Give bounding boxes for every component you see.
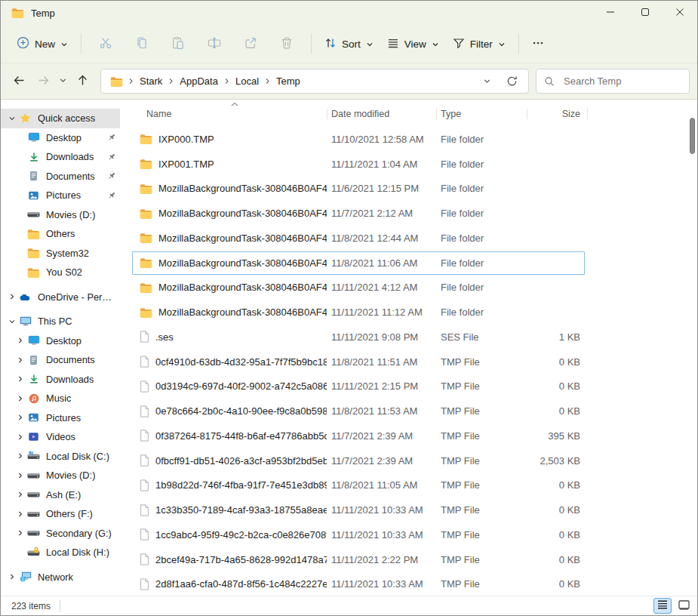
sidebar-item-videos[interactable]: Videos (1, 427, 120, 447)
chevron-right-icon[interactable] (14, 472, 26, 479)
minimize-button[interactable] (593, 1, 628, 25)
sidebar-item-movies-d[interactable]: Movies (D:) (1, 205, 120, 225)
file-row[interactable]: MozillaBackgroundTask-308046B0AF4A3...11… (125, 251, 697, 276)
sidebar-item-this-pc[interactable]: This PC (1, 312, 120, 331)
file-row[interactable]: MozillaBackgroundTask-308046B0AF4A3...11… (125, 226, 697, 251)
window-title: Temp (31, 8, 55, 19)
chevron-right-icon[interactable] (14, 491, 26, 498)
sidebar-item-desktop[interactable]: Desktop (1, 331, 120, 351)
sidebar-item-desktop[interactable]: Desktop (1, 128, 120, 148)
sidebar-item-pictures[interactable]: Pictures (1, 408, 120, 428)
file-row[interactable]: 0cf4910d-63db-4d32-95a1-7f7f5b9bc18...11… (125, 350, 697, 374)
file-row[interactable]: IXP001.TMP11/11/2021 1:04 AMFile folder (125, 152, 697, 177)
file-row[interactable]: 0fbcff91-db51-4026-a3cf-a953bf2bd5eb...1… (125, 448, 697, 473)
recent-locations-button[interactable] (55, 69, 70, 94)
breadcrumb-local[interactable]: Local (232, 73, 263, 89)
chevron-right-icon[interactable] (14, 356, 26, 364)
chevron-right-icon[interactable] (14, 414, 26, 421)
sidebar-item-system32[interactable]: System32 (1, 244, 120, 263)
column-header-type[interactable]: Type (436, 103, 527, 125)
column-header-name[interactable]: Name (125, 103, 327, 125)
details-view-button[interactable] (653, 598, 672, 614)
sidebar-item-documents[interactable]: Documents (1, 350, 120, 370)
new-button[interactable]: New (10, 31, 75, 57)
file-row[interactable]: 2d8f1aa6-cfa0-487d-8f56-1c484c2227e7...1… (125, 572, 697, 597)
breadcrumb-appdata[interactable]: AppData (176, 73, 222, 89)
sidebar-item-others-f[interactable]: Others (F:) (1, 504, 120, 524)
maximize-button[interactable] (628, 1, 663, 25)
sidebar-item-label: Secondary (G:) (46, 528, 112, 539)
sidebar-item-others[interactable]: Others (1, 224, 120, 244)
chevron-right-icon[interactable] (14, 433, 26, 441)
file-row[interactable]: 2bcef49a-717b-4a65-8628-992d1478a75...11… (125, 547, 697, 572)
title-bar[interactable]: Temp (1, 1, 697, 25)
file-row[interactable]: .ses11/11/2021 9:08 PMSES File1 KB (125, 325, 697, 350)
cut-button[interactable] (88, 31, 124, 57)
address-bar[interactable]: Stark AppData Local Temp (100, 69, 529, 94)
chevron-right-icon[interactable] (14, 529, 26, 537)
search-input[interactable] (562, 75, 681, 88)
address-dropdown-button[interactable] (483, 77, 491, 85)
chevron-right-icon[interactable] (14, 452, 26, 460)
vertical-scrollbar[interactable] (687, 101, 697, 596)
chevron-down-icon[interactable] (6, 318, 17, 325)
sidebar-item-secondary-g[interactable]: Secondary (G:) (1, 524, 120, 544)
sidebar-item-local-disk-c[interactable]: Local Disk (C:) (1, 447, 120, 467)
file-row[interactable]: 0d3194c9-697d-40f2-9002-a742c5a0868...11… (125, 374, 697, 399)
copy-button[interactable] (124, 31, 160, 57)
chevron-right-icon[interactable] (14, 395, 26, 402)
view-button[interactable]: View (380, 32, 446, 57)
column-header-size[interactable]: Size (527, 103, 587, 125)
file-row[interactable]: IXP000.TMP11/10/2021 12:58 AMFile folder (125, 127, 697, 152)
file-row[interactable]: MozillaBackgroundTask-308046B0AF4A3...11… (125, 300, 697, 325)
close-button[interactable] (663, 1, 697, 25)
sidebar-item-quick-access[interactable]: Quick access (1, 109, 120, 128)
sidebar-item-you-s02[interactable]: You S02 (1, 263, 120, 282)
file-row[interactable]: MozillaBackgroundTask-308046B0AF4A3...11… (125, 177, 697, 202)
breadcrumb-temp[interactable]: Temp (272, 73, 304, 89)
chevron-right-icon[interactable] (14, 510, 26, 518)
search-box[interactable] (536, 69, 690, 94)
file-row[interactable]: 1cc9abc4-95f9-49c2-b2ca-c0e826e708fa...1… (125, 522, 697, 547)
large-icons-view-button[interactable] (675, 598, 693, 614)
chevron-down-icon (366, 41, 374, 48)
scrollbar-thumb[interactable] (690, 118, 695, 154)
back-button[interactable] (7, 69, 31, 94)
paste-button[interactable] (160, 31, 196, 57)
breadcrumb-stark[interactable]: Stark (136, 73, 166, 89)
chevron-right-icon[interactable] (6, 573, 17, 581)
view-toggles (653, 598, 693, 614)
chevron-right-icon[interactable] (14, 337, 26, 344)
delete-button[interactable] (269, 31, 305, 57)
chevron-right-icon[interactable] (6, 293, 17, 300)
column-header-date-modified[interactable]: Date modified (327, 103, 436, 125)
sidebar-item-movies-d[interactable]: Movies (D:) (1, 466, 120, 485)
chevron-right-icon[interactable] (14, 375, 26, 383)
file-row[interactable]: 1b98d22d-746f-4fba-91f7-7e451e3db89...11… (125, 473, 697, 498)
column-headers: Name Date modified Type Size (125, 103, 697, 125)
filter-button[interactable]: Filter (446, 32, 512, 57)
sort-button[interactable]: Sort (318, 32, 380, 57)
file-row[interactable]: 1c33b350-7189-4caf-93a3-18755a8eae6...11… (125, 497, 697, 522)
refresh-button[interactable] (506, 75, 518, 87)
file-row[interactable]: MozillaBackgroundTask-308046B0AF4A3...11… (125, 276, 697, 300)
sidebar-item-ash-e[interactable]: Ash (E:) (1, 485, 120, 505)
sidebar-item-onedrive-personal[interactable]: OneDrive - Personal (1, 288, 120, 307)
chevron-down-icon[interactable] (6, 115, 17, 122)
up-button[interactable] (70, 69, 94, 94)
more-options-button[interactable] (525, 32, 551, 57)
sidebar-item-local-disk-h[interactable]: Local Disk (H:) (1, 543, 120, 562)
file-row[interactable]: MozillaBackgroundTask-308046B0AF4A3...11… (125, 201, 697, 226)
file-row[interactable]: 0f387264-8175-44f8-b6af-e47786abb5c3...1… (125, 424, 697, 448)
folder-icon (140, 208, 152, 219)
sidebar-item-pictures[interactable]: Pictures (1, 186, 120, 205)
file-row[interactable]: 0e78c664-2b0c-4a10-90ee-f9c8a0b5988...11… (125, 399, 697, 424)
sidebar-item-documents[interactable]: Documents (1, 167, 120, 186)
sidebar-item-music[interactable]: Music (1, 389, 120, 408)
rename-button[interactable] (196, 31, 232, 57)
sidebar-item-network[interactable]: Network (1, 568, 120, 587)
sidebar-item-downloads[interactable]: Downloads (1, 147, 120, 167)
forward-button[interactable] (31, 69, 55, 94)
share-button[interactable] (232, 31, 269, 57)
sidebar-item-downloads[interactable]: Downloads (1, 370, 120, 390)
